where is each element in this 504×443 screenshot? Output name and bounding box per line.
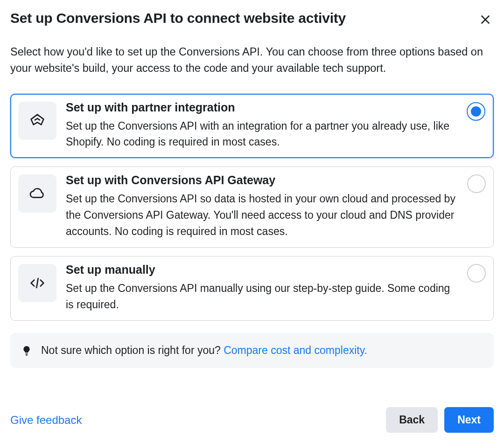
next-button[interactable]: Next xyxy=(444,407,494,433)
page-subtitle: Select how you'd like to set up the Conv… xyxy=(10,44,494,77)
handshake-icon xyxy=(28,111,47,130)
option-title: Set up with partner integration xyxy=(66,101,460,114)
radio-button[interactable] xyxy=(467,264,486,283)
option-icon-box xyxy=(18,264,56,302)
options-group: Set up with partner integration Set up t… xyxy=(10,94,494,321)
option-title: Set up with Conversions API Gateway xyxy=(66,173,460,187)
close-button[interactable] xyxy=(477,11,494,28)
cloud-icon xyxy=(28,184,47,203)
close-icon xyxy=(479,14,491,26)
back-button[interactable]: Back xyxy=(386,407,438,433)
option-partner-integration[interactable]: Set up with partner integration Set up t… xyxy=(10,94,494,159)
option-manual[interactable]: Set up manually Set up the Conversions A… xyxy=(10,256,494,321)
option-icon-box xyxy=(18,174,56,213)
svg-rect-3 xyxy=(25,353,28,354)
option-api-gateway[interactable]: Set up with Conversions API Gateway Set … xyxy=(10,166,494,248)
hint-text: Not sure which option is right for you? xyxy=(41,344,224,356)
compare-link[interactable]: Compare cost and complexity. xyxy=(224,344,367,356)
code-icon xyxy=(28,274,47,292)
svg-rect-4 xyxy=(26,354,28,355)
svg-line-2 xyxy=(36,278,38,288)
give-feedback-link[interactable]: Give feedback xyxy=(10,414,82,427)
page-title: Set up Conversions API to connect websit… xyxy=(10,10,346,26)
lightbulb-icon xyxy=(21,345,33,357)
option-desc: Set up the Conversions API so data is ho… xyxy=(66,191,460,240)
option-desc: Set up the Conversions API manually usin… xyxy=(66,280,460,313)
option-desc: Set up the Conversions API with an integ… xyxy=(66,118,460,151)
option-title: Set up manually xyxy=(66,263,460,277)
option-icon-box xyxy=(18,102,56,140)
radio-button[interactable] xyxy=(467,102,485,121)
hint-bar: Not sure which option is right for you? … xyxy=(10,333,494,368)
